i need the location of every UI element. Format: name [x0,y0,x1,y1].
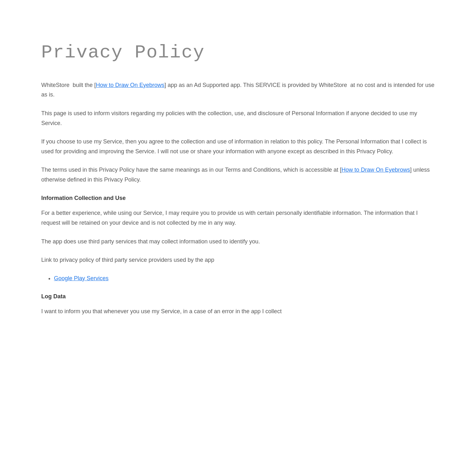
app-link-1[interactable]: How to Draw On Eyebrows [96,82,164,88]
list-item: Google Play Services [54,274,435,283]
app-link-2[interactable]: How to Draw On Eyebrows [341,167,410,173]
section-heading-log-data: Log Data [41,292,435,301]
inform-paragraph: This page is used to inform visitors reg… [41,109,435,128]
log-data-paragraph: I want to inform you that whenever you u… [41,307,435,316]
third-party-paragraph: The app does use third party services th… [41,237,435,247]
page-title: Privacy Policy [41,38,435,68]
info-collect-paragraph: For a better experience, while using our… [41,208,435,228]
section-heading-info-collection: Information Collection and Use [41,194,435,203]
link-intro-paragraph: Link to privacy policy of third party se… [41,255,435,265]
third-party-links-list: Google Play Services [54,274,435,283]
intro-paragraph: WhiteStore built the [How to Draw On Eye… [41,80,435,100]
agree-paragraph: If you choose to use my Service, then yo… [41,137,435,156]
terms-paragraph: The terms used in this Privacy Policy ha… [41,165,435,184]
google-play-services-link[interactable]: Google Play Services [54,275,109,281]
